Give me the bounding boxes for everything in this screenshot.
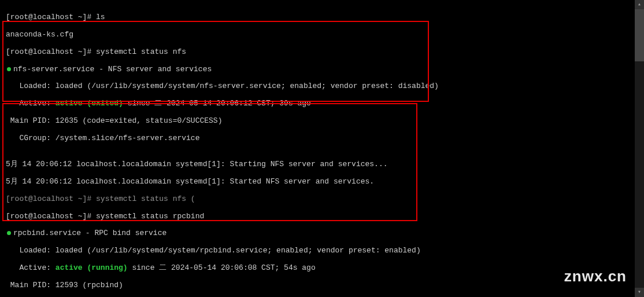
- output-line: CGroup: /system.slice/nfs-server.service: [6, 134, 638, 143]
- terminal-output[interactable]: [root@localhost ~]# ls anaconda-ks.cfg […: [0, 0, 644, 297]
- cmd-line: [root@localhost ~]# systemctl status rpc…: [6, 212, 638, 221]
- scroll-down-icon[interactable]: ▾: [635, 288, 644, 297]
- log-line: 5月 14 20:06:12 localhost.localdomain sys…: [6, 178, 638, 186]
- output-line: anaconda-ks.cfg: [6, 31, 638, 39]
- active-status: active (running): [55, 263, 128, 272]
- output-line: Loaded: loaded (/usr/lib/systemd/system/…: [6, 82, 638, 91]
- output-line: Loaded: loaded (/usr/lib/systemd/system/…: [6, 247, 638, 255]
- scrollbar[interactable]: ▴ ▾: [635, 0, 644, 297]
- cmd-line: [root@localhost ~]# ls: [6, 13, 638, 22]
- active-line: Active: active (exited) since 二 2024-05-…: [6, 100, 638, 108]
- scroll-thumb[interactable]: [635, 9, 644, 61]
- active-status: active (exited): [55, 99, 123, 108]
- cmd-line: [root@localhost ~]# systemctl status nfs: [6, 48, 638, 57]
- obscured-line: [root@localhost ~]# systemctl status nfs…: [6, 195, 638, 204]
- scroll-up-icon[interactable]: ▴: [635, 0, 644, 9]
- active-line: Active: active (running) since 二 2024-05…: [6, 264, 638, 273]
- watermark-text: znwx.cn: [564, 267, 627, 285]
- service-title: nfs-server.service - NFS server and serv…: [6, 65, 638, 74]
- status-dot-icon: [7, 231, 11, 235]
- status-dot-icon: [7, 67, 11, 71]
- service-title: rpcbind.service - RPC bind service: [6, 229, 638, 238]
- log-line: 5月 14 20:06:12 localhost.localdomain sys…: [6, 160, 638, 169]
- output-line: Main PID: 12635 (code=exited, status=0/S…: [6, 117, 638, 126]
- output-line: Main PID: 12593 (rpcbind): [6, 281, 638, 290]
